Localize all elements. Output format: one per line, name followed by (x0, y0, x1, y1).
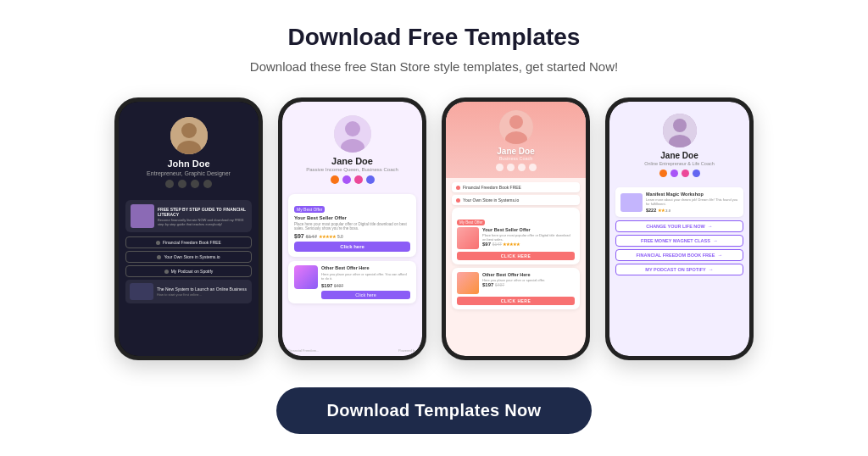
social-icon (366, 175, 375, 184)
offer-price: $97 $147 ★★★★★ 5.0 (294, 233, 410, 239)
offer-3b-cta-button[interactable]: CLICK HERE (457, 297, 575, 305)
offer-2-title: Other Best Offer Here (321, 265, 410, 270)
phone-2-content: My Best Offer Your Best Seller Offer Pla… (282, 191, 422, 346)
lavender-button-1[interactable]: CHANGE YOUR LIFE NOW → (615, 220, 743, 232)
coral-button-1[interactable]: Financial Freedom Book FREE (452, 182, 580, 192)
phone-2: Jane Doe Passive Income Queen, Business … (278, 97, 426, 360)
phone-3-content: Financial Freedom Book FREE Your Own Sto… (446, 178, 586, 356)
offer-title: Your Best Seller Offer (294, 215, 410, 220)
btn-icon (164, 270, 169, 274)
page-subtitle: Download these free Stan Store style tem… (250, 59, 618, 74)
offer-card-3b: Other Best Offer Here Here you place you… (452, 268, 580, 309)
social-icon (203, 180, 212, 188)
offer-3-price: $97 $147 ★★★★★ (482, 242, 575, 247)
offer-card-2: Other Best Offer Here Here you place you… (288, 261, 416, 303)
download-cta-button[interactable]: Download Templates Now (276, 387, 593, 434)
phone-3-header: Jane Doe Business Coach (446, 102, 586, 178)
offer-3-text: Place here your most popular offer or Di… (482, 233, 575, 242)
svg-point-4 (345, 121, 360, 136)
feature-subtitle: Learn more about your dream job! Dream l… (646, 197, 738, 206)
phone-3-inner: Jane Doe Business Coach Financial Freedo… (446, 102, 586, 356)
social-icon (529, 164, 537, 171)
social-icons-1 (165, 180, 212, 188)
dark-button-3[interactable]: My Podcast on Spotify (125, 265, 252, 277)
social-icon (178, 180, 186, 188)
coral-button-2[interactable]: Your Own Store in Systems.io (452, 195, 580, 205)
arrow-icon: → (709, 267, 714, 272)
offer-text: Place here your most popular offer or Di… (294, 222, 410, 231)
phone-4: Jane Doe Online Entrepreneur & Life Coac… (605, 97, 754, 360)
arrow-icon: → (717, 253, 722, 258)
page-container: Download Free Templates Download these f… (0, 0, 868, 456)
user-title-3: Business Coach (499, 156, 533, 161)
svg-point-1 (181, 123, 197, 138)
page-title: Download Free Templates (288, 24, 581, 51)
dark-card: FREE STEP BY STEP GUIDE TO FINANCIAL LIT… (125, 200, 252, 232)
feature-title: Manifest Magic Workshop (646, 192, 738, 197)
phone-2-inner: Jane Doe Passive Income Queen, Business … (282, 102, 422, 356)
footer-powered: Powered by (398, 348, 416, 353)
feature-thumbnail (620, 193, 643, 212)
phones-row: John Doe Entrepreneur, Graphic Designer … (114, 97, 754, 360)
user-name-2: Jane Doe (331, 156, 373, 166)
phone-1-header: John Doe Entrepreneur, Graphic Designer (119, 102, 259, 195)
user-name-4: Jane Doe (660, 151, 698, 160)
social-icon (693, 170, 700, 177)
lavender-button-4[interactable]: MY PODCAST ON SPOTIFY → (615, 264, 743, 275)
article-image (130, 283, 153, 300)
social-icon (354, 175, 363, 184)
svg-point-10 (673, 119, 687, 132)
btn-icon (456, 186, 460, 190)
arrow-icon: → (708, 224, 713, 229)
dark-button-1[interactable]: Financial Freedom Book FREE (125, 236, 252, 248)
social-icon (682, 170, 689, 177)
offer-3-badge: My Best Offer (457, 220, 485, 225)
offer-card-3: My Best Offer Your Best Seller Offer Pla… (452, 208, 580, 264)
lavender-button-2[interactable]: FREE MONEY MAGNET CLASS → (615, 235, 743, 247)
btn-icon (157, 255, 161, 259)
offer-3b-price: $197 $497 (482, 282, 575, 287)
avatar (170, 117, 208, 154)
footer-text: Financial Freedom... (288, 348, 319, 353)
article-title: The New System to Launch an Online Busin… (157, 286, 247, 292)
btn-icon (456, 198, 460, 203)
svg-point-7 (509, 115, 523, 129)
phone-4-content: Manifest Magic Workshop Learn more about… (609, 184, 749, 356)
offer-2-price: $197 $497 (321, 283, 410, 288)
dark-article: The New System to Launch an Online Busin… (125, 280, 252, 303)
offer-3b-title: Other Best Offer Here (482, 272, 575, 277)
arrow-icon: → (713, 238, 718, 243)
card-thumbnail (131, 204, 154, 228)
social-icon (507, 164, 515, 171)
dark-button-2[interactable]: Your Own Store in Systems.io (125, 251, 252, 263)
offer-3-image (457, 227, 479, 249)
social-icons-3 (496, 164, 537, 171)
card-subtitle: Become financially literate NOW and down… (158, 218, 247, 226)
phone-2-header: Jane Doe Passive Income Queen, Business … (282, 102, 422, 191)
user-name-1: John Doe (167, 158, 209, 169)
avatar (334, 115, 371, 153)
social-icon (518, 164, 526, 171)
social-icons-4 (659, 170, 700, 177)
card-title: FREE STEP BY STEP GUIDE TO FINANCIAL LIT… (158, 207, 247, 217)
phone-2-footer: Financial Freedom... Powered by (282, 346, 422, 356)
phone-4-inner: Jane Doe Online Entrepreneur & Life Coac… (609, 102, 749, 356)
avatar (663, 114, 697, 147)
offer-3-cta-button[interactable]: CLICK HERE (457, 252, 575, 260)
offer-2-image (294, 265, 318, 289)
phone-3: Jane Doe Business Coach Financial Freedo… (442, 97, 590, 360)
phone-1: John Doe Entrepreneur, Graphic Designer … (114, 97, 263, 360)
social-icon (331, 175, 339, 184)
lavender-button-3[interactable]: FINANCIAL FREEDOM BOOK FREE → (615, 249, 743, 261)
social-icons-2 (331, 175, 375, 184)
social-icon (659, 170, 667, 177)
user-title-1: Entrepreneur, Graphic Designer (147, 170, 231, 176)
social-icon (496, 164, 504, 171)
offer-2-text: Here you place your other or special off… (321, 272, 410, 281)
offer-2-cta-button[interactable]: Click here (321, 291, 410, 299)
offer-3-title: Your Best Seller Offer (482, 227, 575, 232)
feature-card: Manifest Magic Workshop Learn more about… (615, 187, 743, 217)
offer-cta-button[interactable]: Click here (294, 242, 410, 252)
social-icon (670, 170, 678, 177)
feature-price: $222 ★★ 2.0 (646, 208, 738, 213)
